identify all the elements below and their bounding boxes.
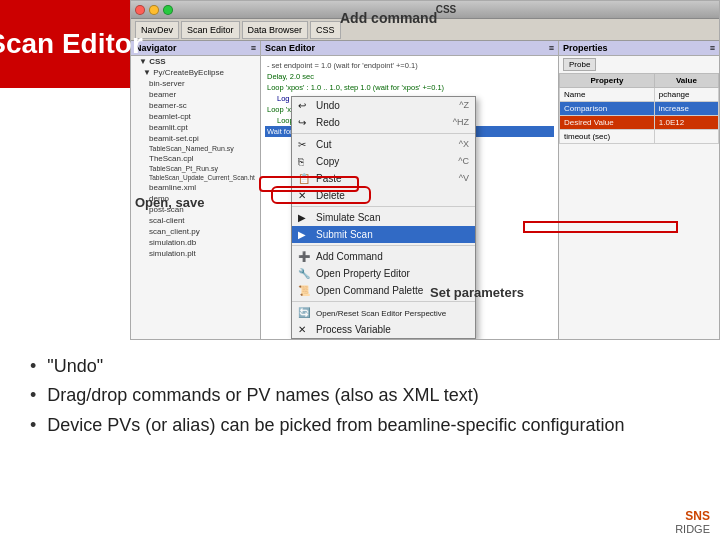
set-parameters-annotation: Set parameters <box>430 285 524 300</box>
tree-item[interactable]: TheScan.cpl <box>131 153 260 164</box>
ctx-simulate[interactable]: ▶ Simulate Scan <box>292 209 475 226</box>
tree-item[interactable]: beamline.xml <box>131 182 260 193</box>
prop-row-name[interactable]: Name pchange <box>560 88 719 102</box>
ctx-redo[interactable]: ↪ Redo ^HZ <box>292 114 475 131</box>
simulate-icon: ▶ <box>298 212 306 223</box>
close-button[interactable] <box>135 5 145 15</box>
tree-item[interactable]: bin-server <box>131 78 260 89</box>
tree-item[interactable]: beamer <box>131 89 260 100</box>
tree-item[interactable]: TableScan_Update_Current_Scan.ht <box>131 173 260 182</box>
bullet-2: • Drag/drop commands or PV names (also a… <box>30 384 700 407</box>
tree-item[interactable]: scal-client <box>131 215 260 226</box>
scan-line: Loop 'xpos' : 1.0 .. 1.0, step 1.0 (wait… <box>265 82 554 93</box>
ctx-delete[interactable]: ✕ Delete <box>292 187 475 204</box>
submit-icon: ▶ <box>298 229 306 240</box>
properties-panel: Properties ≡ Probe Property Value Name <box>559 41 719 339</box>
scan-editor-header: Scan Editor ≡ <box>261 41 558 56</box>
toolbar-data-browser[interactable]: Data Browser <box>242 21 309 39</box>
page-title: Scan Editor <box>0 0 130 88</box>
ctx-paste[interactable]: 📋 Paste ^V <box>292 170 475 187</box>
prop-row-comparison[interactable]: Comparison increase <box>560 102 719 116</box>
maximize-button[interactable] <box>163 5 173 15</box>
bullets-area: • "Undo" • Drag/drop commands or PV name… <box>0 345 720 453</box>
properties-header: Properties ≡ <box>559 41 719 56</box>
menu-divider <box>292 301 475 302</box>
ctx-reset-perspective[interactable]: 🔄 Open/Reset Scan Editor Perspective <box>292 304 475 321</box>
ctx-open-property[interactable]: 🔧 Open Property Editor <box>292 265 475 282</box>
bullet-1: • "Undo" <box>30 355 700 378</box>
context-menu: ↩ Undo ^Z ↪ Redo ^HZ ✂ Cut ^X ⎘ Copy <box>291 96 476 339</box>
bullet-3: • Device PVs (or alias) can be picked fr… <box>30 414 700 437</box>
add-icon: ➕ <box>298 251 310 262</box>
ctx-cut[interactable]: ✂ Cut ^X <box>292 136 475 153</box>
tree-item[interactable]: ▼ Py/CreateByEclipse <box>131 67 260 78</box>
ctx-add-command[interactable]: ➕ Add Command <box>292 248 475 265</box>
property-icon: 🔧 <box>298 268 310 279</box>
main-content: Navigator ≡ ▼ CSS ▼ Py/CreateByEclipse b… <box>131 41 719 339</box>
add-command-annotation: Add command <box>340 10 437 26</box>
tree-item[interactable]: beamlet-cpt <box>131 111 260 122</box>
ctx-process-variable[interactable]: ✕ Process Variable <box>292 321 475 338</box>
tree-item[interactable]: TableScan_Pt_Run.sy <box>131 164 260 173</box>
scan-line: Delay, 2.0 sec <box>265 71 554 82</box>
open-save-annotation: Open, save <box>135 195 204 210</box>
properties-table: Property Value Name pchange Comparison i… <box>559 73 719 144</box>
probe-button[interactable]: Probe <box>563 58 596 71</box>
window-title: CSS <box>177 4 715 15</box>
navigator-panel: Navigator ≡ ▼ CSS ▼ Py/CreateByEclipse b… <box>131 41 261 339</box>
copy-icon: ⎘ <box>298 156 304 167</box>
tree-root[interactable]: ▼ CSS <box>131 56 260 67</box>
tree-item[interactable]: simulation.plt <box>131 248 260 259</box>
toolbar-scan-editor[interactable]: Scan Editor <box>181 21 240 39</box>
palette-icon: 📜 <box>298 285 310 296</box>
minimize-button[interactable] <box>149 5 159 15</box>
menu-divider <box>292 206 475 207</box>
prop-row-desired-value[interactable]: Desired Value 1.0E12 <box>560 116 719 130</box>
screenshot-area: CSS NavDev Scan Editor Data Browser CSS … <box>130 0 720 340</box>
tree-item[interactable]: simulation.db <box>131 237 260 248</box>
redo-icon: ↪ <box>298 117 306 128</box>
toolbar-css[interactable]: CSS <box>310 21 341 39</box>
probe-row: Probe <box>559 56 719 73</box>
tree-item[interactable]: beamit-set.cpi <box>131 133 260 144</box>
col-property: Property <box>560 74 655 88</box>
col-value: Value <box>654 74 718 88</box>
delete-icon: ✕ <box>298 190 306 201</box>
pv-icon: ✕ <box>298 324 306 335</box>
tree-item[interactable]: scan_client.py <box>131 226 260 237</box>
ctx-copy[interactable]: ⎘ Copy ^C <box>292 153 475 170</box>
tree-item[interactable]: beamlit.cpt <box>131 122 260 133</box>
menu-divider <box>292 133 475 134</box>
tree-item[interactable]: beamer-sc <box>131 100 260 111</box>
menu-divider <box>292 245 475 246</box>
scan-line: - set endpoint = 1.0 (wait for 'endpoint… <box>265 60 554 71</box>
cut-icon: ✂ <box>298 139 306 150</box>
ctx-submit[interactable]: ▶ Submit Scan <box>292 226 475 243</box>
reset-icon: 🔄 <box>298 307 310 318</box>
paste-icon: 📋 <box>298 173 310 184</box>
prop-row-timeout[interactable]: timeout (sec) <box>560 130 719 144</box>
tree-item[interactable]: TableScan_Named_Run.sy <box>131 144 260 153</box>
navigator-header: Navigator ≡ <box>131 41 260 56</box>
undo-icon: ↩ <box>298 100 306 111</box>
ctx-undo[interactable]: ↩ Undo ^Z <box>292 97 475 114</box>
logo: SNS RIDGE <box>675 509 710 535</box>
